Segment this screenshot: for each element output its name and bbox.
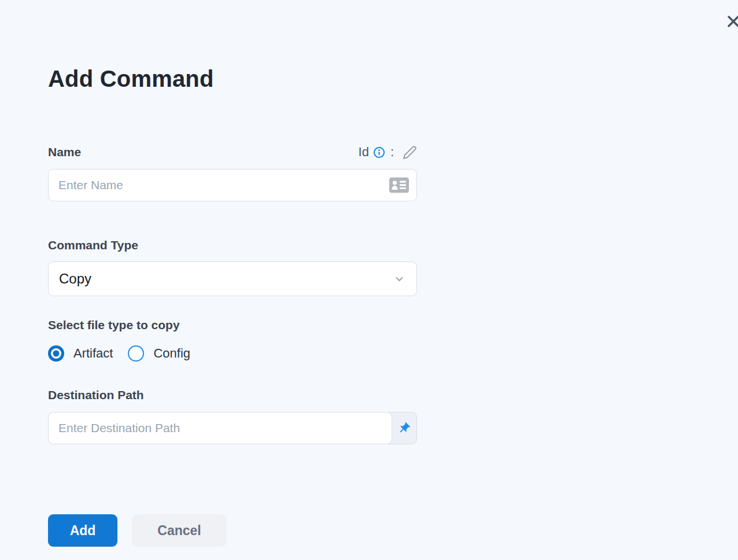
name-label: Name [48,144,81,160]
cancel-button[interactable]: Cancel [132,514,227,547]
radio-label-artifact: Artifact [73,346,113,361]
close-button[interactable] [725,13,738,30]
radio-selected-icon [48,345,64,362]
command-type-label: Command Type [48,237,417,253]
name-input-wrap [48,169,417,201]
destination-path-label: Destination Path [48,387,417,403]
command-type-value: Copy [59,271,91,287]
radio-option-config[interactable]: Config [128,345,190,362]
add-command-dialog: Add Command Name Id : [48,0,417,547]
command-type-select[interactable]: Copy [48,261,417,296]
id-cluster: Id : [359,145,417,160]
destination-path-group [48,412,417,444]
info-circle-icon[interactable] [373,146,385,159]
chevron-down-icon [394,274,405,285]
add-button[interactable]: Add [48,514,117,547]
file-type-radio-group: Artifact Config [48,345,417,362]
radio-unselected-icon [128,345,144,362]
radio-label-config: Config [153,346,190,361]
destination-path-input[interactable] [48,412,392,444]
pencil-icon[interactable] [403,145,417,160]
name-input[interactable] [48,169,417,201]
pushpin-icon[interactable] [391,412,416,444]
dialog-title: Add Command [48,65,417,93]
name-label-row: Name Id : [48,143,417,161]
id-card-icon [389,178,409,193]
file-type-label: Select file type to copy [48,317,417,333]
id-colon: : [390,145,394,160]
radio-option-artifact[interactable]: Artifact [48,345,113,362]
dialog-actions: Add Cancel [48,514,417,547]
close-icon [725,23,738,32]
id-label: Id [359,145,369,160]
